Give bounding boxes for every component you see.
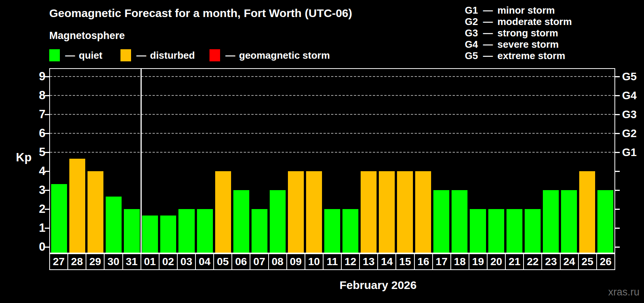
y-axis-label-4: 4 <box>22 164 45 179</box>
kp-bar-day-24 <box>561 190 577 253</box>
day-label-cell-10: 10 <box>305 253 324 270</box>
day-label-cell-20: 20 <box>487 253 506 270</box>
gridline-kp5 <box>50 152 614 153</box>
legend-dash: — <box>136 50 146 61</box>
day-label-cell-21: 21 <box>505 253 524 270</box>
kp-bar-day-07 <box>252 209 267 253</box>
y-axis-tick-right-1 <box>615 228 620 229</box>
kp-bar-day-15 <box>397 171 413 253</box>
kp-bar-day-19 <box>470 209 486 253</box>
kp-bar-day-28 <box>69 159 85 253</box>
disturbed-color-swatch <box>120 49 131 61</box>
y-axis-tick-right-7 <box>615 114 620 115</box>
watermark: xras.ru <box>608 286 639 298</box>
g1-label: minor storm <box>497 5 555 16</box>
storm-scale-legend: G1 — minor storm G2 — moderate storm G3 … <box>465 5 572 61</box>
kp-bar-day-20 <box>488 209 504 253</box>
day-label-cell-19: 19 <box>469 253 488 270</box>
month-separator-line <box>141 69 142 253</box>
storm-scale-line-g3: G3 — strong storm <box>465 27 572 39</box>
y-axis-tick-left-2 <box>45 209 49 210</box>
g2-label: moderate storm <box>497 16 572 28</box>
gridline-kp6 <box>50 133 614 134</box>
kp-bar-day-01 <box>142 216 158 253</box>
kp-bar-day-27 <box>51 184 67 253</box>
g4-code: G4 <box>465 39 481 50</box>
legend-label-quiet: quiet <box>79 50 102 61</box>
gridline-kp7 <box>50 114 614 115</box>
gridline-kp8 <box>50 95 614 96</box>
y-axis-tick-left-6 <box>45 133 49 134</box>
y-axis-tick-right-2 <box>615 209 620 210</box>
g-level-label-g4: G4 <box>622 88 644 103</box>
y-axis-tick-left-7 <box>45 114 49 115</box>
kp-bar-day-22 <box>525 209 541 253</box>
kp-bar-day-09 <box>288 171 304 253</box>
legend-item-disturbed: — disturbed <box>120 49 195 61</box>
g-level-label-g2: G2 <box>622 126 644 141</box>
legend-label-disturbed: disturbed <box>150 50 195 61</box>
x-axis-day-labels: 2728293031010203040506070809101112131415… <box>49 253 615 270</box>
legend-label-storm: geomagnetic storm <box>239 50 330 61</box>
kp-bar-day-26 <box>597 190 613 253</box>
day-label-cell-29: 29 <box>86 253 105 270</box>
kp-bar-day-29 <box>88 171 103 253</box>
y-axis-label-6: 6 <box>22 126 45 141</box>
g2-code: G2 <box>465 16 481 28</box>
day-label-cell-23: 23 <box>541 253 560 270</box>
y-axis-tick-left-4 <box>45 171 49 172</box>
kp-bar-day-04 <box>197 209 213 253</box>
kp-bar-day-25 <box>579 171 595 253</box>
y-axis-label-9: 9 <box>22 69 45 84</box>
y-axis-tick-right-4 <box>615 171 620 172</box>
day-label-cell-31: 31 <box>122 253 141 270</box>
g-level-label-g1: G1 <box>622 145 644 160</box>
y-axis-tick-right-3 <box>615 190 620 191</box>
g3-code: G3 <box>465 27 481 39</box>
day-label-cell-06: 06 <box>231 253 250 270</box>
storm-scale-line-g5: G5 — extreme storm <box>465 50 572 61</box>
g5-code: G5 <box>465 50 481 62</box>
g4-label: severe storm <box>497 39 559 50</box>
y-axis-label-0: 0 <box>22 239 45 255</box>
kp-bar-day-02 <box>160 216 176 253</box>
g1-code: G1 <box>465 5 481 16</box>
g-level-label-g3: G3 <box>622 107 644 122</box>
day-label-cell-17: 17 <box>432 253 451 270</box>
storm-color-swatch <box>209 49 220 61</box>
kp-bar-day-17 <box>433 190 449 253</box>
kp-bar-day-16 <box>415 171 431 253</box>
y-axis-label-8: 8 <box>22 88 45 103</box>
day-label-cell-05: 05 <box>213 253 232 270</box>
day-label-cell-13: 13 <box>359 253 378 270</box>
day-label-cell-08: 08 <box>268 253 287 270</box>
storm-scale-line-g4: G4 — severe storm <box>465 39 572 50</box>
day-label-cell-14: 14 <box>377 253 396 270</box>
day-label-cell-28: 28 <box>67 253 86 270</box>
x-axis-title: February 2026 <box>339 279 416 292</box>
legend-item-storm: — geomagnetic storm <box>209 49 330 61</box>
day-label-cell-01: 01 <box>141 253 159 270</box>
y-axis-label-3: 3 <box>22 183 45 198</box>
kp-bar-day-06 <box>233 190 249 253</box>
y-axis-tick-left-1 <box>45 228 49 229</box>
gridline-kp9 <box>50 76 614 77</box>
y-axis-tick-right-0 <box>615 247 620 248</box>
legend-item-quiet: — quiet <box>49 49 102 61</box>
kp-bar-day-14 <box>379 171 395 253</box>
kp-bar-day-23 <box>543 190 559 253</box>
kp-bar-day-03 <box>178 209 194 253</box>
day-label-cell-09: 09 <box>286 253 305 270</box>
day-label-cell-02: 02 <box>159 253 178 270</box>
chart-title: Geomagnetic Forecast for a month, Fort W… <box>49 7 352 20</box>
day-label-cell-03: 03 <box>177 253 196 270</box>
y-axis-label-7: 7 <box>22 107 45 122</box>
day-label-cell-18: 18 <box>450 253 469 270</box>
y-axis-label-2: 2 <box>22 201 45 217</box>
day-label-cell-04: 04 <box>195 253 214 270</box>
g3-label: strong storm <box>497 27 558 39</box>
kp-bar-day-21 <box>506 209 522 253</box>
kp-bar-day-11 <box>324 209 340 253</box>
y-axis-tick-left-0 <box>45 247 49 248</box>
y-axis-tick-right-8 <box>615 95 620 96</box>
